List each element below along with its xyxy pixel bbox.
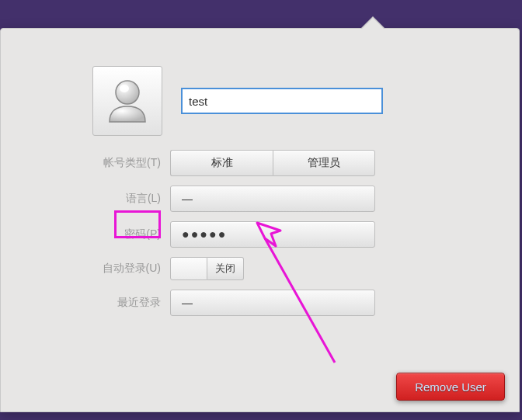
auto-login-label: 自动登录(U) <box>24 262 170 276</box>
svg-point-1 <box>120 85 129 92</box>
avatar[interactable] <box>92 66 162 136</box>
username-input[interactable] <box>181 88 383 114</box>
account-type-label: 帐号类型(T) <box>24 156 170 170</box>
svg-point-0 <box>116 81 139 104</box>
auto-login-switch[interactable]: 关闭 <box>170 257 244 280</box>
last-login-label: 最近登录 <box>24 296 170 310</box>
user-settings-popover: 帐号类型(T) 标准 管理员 语言(L) — 密码(P) ●●●●● 自动登录( <box>0 28 520 412</box>
last-login-value: — <box>170 290 375 316</box>
account-type-admin[interactable]: 管理员 <box>273 150 375 176</box>
remove-user-button[interactable]: Remove User <box>396 373 505 401</box>
avatar-icon <box>100 74 155 128</box>
language-label: 语言(L) <box>24 192 170 206</box>
account-type-standard[interactable]: 标准 <box>170 150 273 176</box>
password-label: 密码(P) <box>24 227 170 241</box>
password-dots: ●●●●● <box>182 227 227 241</box>
password-field[interactable]: ●●●●● <box>170 221 375 248</box>
language-selector[interactable]: — <box>170 186 375 212</box>
auto-login-state: 关闭 <box>207 257 244 280</box>
